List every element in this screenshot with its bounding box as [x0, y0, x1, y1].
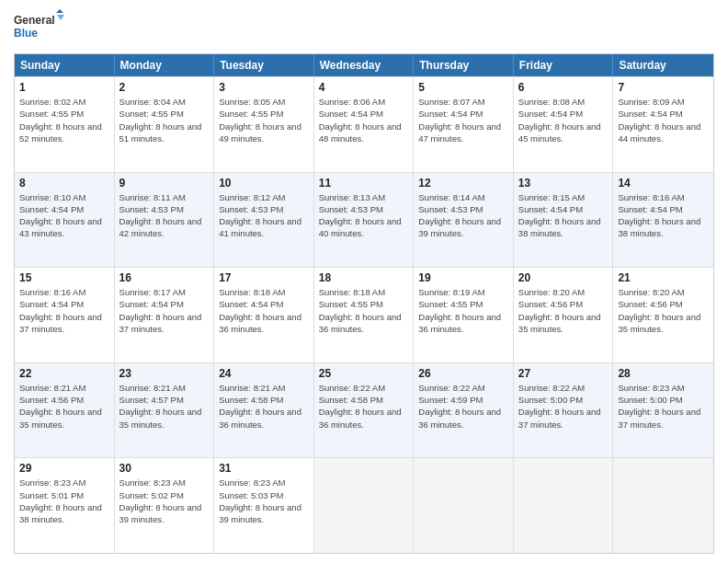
day-number: 3 — [219, 81, 309, 94]
day-info: Sunrise: 8:22 AM Sunset: 4:58 PM Dayligh… — [319, 382, 409, 431]
calendar-cell — [414, 458, 514, 553]
calendar-cell: 28Sunrise: 8:23 AM Sunset: 5:00 PM Dayli… — [613, 363, 713, 458]
day-number: 28 — [618, 367, 709, 380]
calendar-cell: 24Sunrise: 8:21 AM Sunset: 4:58 PM Dayli… — [214, 363, 314, 458]
day-number: 21 — [618, 271, 709, 284]
day-info: Sunrise: 8:15 AM Sunset: 4:54 PM Dayligh… — [518, 191, 609, 240]
day-number: 2 — [119, 81, 210, 94]
calendar-cell: 21Sunrise: 8:20 AM Sunset: 4:56 PM Dayli… — [613, 268, 713, 362]
svg-marker-3 — [57, 15, 64, 20]
calendar-body: 1Sunrise: 8:02 AM Sunset: 4:55 PM Daylig… — [15, 76, 713, 553]
calendar-cell — [314, 458, 415, 553]
day-number: 22 — [19, 367, 109, 380]
day-info: Sunrise: 8:21 AM Sunset: 4:56 PM Dayligh… — [19, 382, 109, 431]
svg-text:Blue: Blue — [14, 27, 38, 40]
day-number: 15 — [19, 271, 109, 284]
calendar-cell: 27Sunrise: 8:22 AM Sunset: 5:00 PM Dayli… — [514, 363, 614, 458]
day-info: Sunrise: 8:12 AM Sunset: 4:53 PM Dayligh… — [219, 191, 309, 240]
day-number: 9 — [119, 177, 210, 190]
day-number: 12 — [418, 177, 508, 190]
calendar-cell: 5Sunrise: 8:07 AM Sunset: 4:54 PM Daylig… — [414, 77, 514, 172]
calendar-cell: 16Sunrise: 8:17 AM Sunset: 4:54 PM Dayli… — [115, 268, 215, 362]
day-number: 13 — [518, 177, 609, 190]
calendar-cell: 30Sunrise: 8:23 AM Sunset: 5:02 PM Dayli… — [115, 458, 215, 553]
day-number: 24 — [219, 367, 309, 380]
day-number: 18 — [319, 271, 409, 284]
day-number: 19 — [418, 271, 508, 284]
day-number: 31 — [219, 462, 309, 475]
calendar-cell: 9Sunrise: 8:11 AM Sunset: 4:53 PM Daylig… — [115, 173, 215, 268]
calendar-cell: 18Sunrise: 8:18 AM Sunset: 4:55 PM Dayli… — [314, 268, 415, 362]
weekday-header: Wednesday — [314, 54, 415, 76]
day-info: Sunrise: 8:21 AM Sunset: 4:57 PM Dayligh… — [119, 382, 210, 431]
day-number: 1 — [19, 81, 109, 94]
day-number: 10 — [219, 177, 309, 190]
day-info: Sunrise: 8:06 AM Sunset: 4:54 PM Dayligh… — [319, 96, 409, 144]
day-number: 14 — [618, 177, 709, 190]
weekday-header: Sunday — [15, 54, 115, 76]
calendar-cell: 20Sunrise: 8:20 AM Sunset: 4:56 PM Dayli… — [514, 268, 614, 362]
calendar-cell — [514, 458, 614, 553]
calendar-cell: 4Sunrise: 8:06 AM Sunset: 4:54 PM Daylig… — [314, 77, 415, 172]
calendar-row: 8Sunrise: 8:10 AM Sunset: 4:54 PM Daylig… — [15, 172, 713, 268]
svg-text:General: General — [14, 14, 55, 27]
day-info: Sunrise: 8:23 AM Sunset: 5:02 PM Dayligh… — [119, 477, 210, 525]
calendar-cell: 7Sunrise: 8:09 AM Sunset: 4:54 PM Daylig… — [613, 77, 713, 172]
day-info: Sunrise: 8:05 AM Sunset: 4:55 PM Dayligh… — [219, 96, 309, 144]
day-info: Sunrise: 8:09 AM Sunset: 4:54 PM Dayligh… — [618, 96, 709, 144]
calendar-cell: 2Sunrise: 8:04 AM Sunset: 4:55 PM Daylig… — [115, 77, 215, 172]
day-info: Sunrise: 8:18 AM Sunset: 4:54 PM Dayligh… — [219, 286, 309, 335]
day-info: Sunrise: 8:23 AM Sunset: 5:01 PM Dayligh… — [19, 477, 109, 525]
day-number: 23 — [119, 367, 210, 380]
calendar-cell: 22Sunrise: 8:21 AM Sunset: 4:56 PM Dayli… — [15, 363, 115, 458]
day-number: 7 — [618, 81, 709, 94]
day-number: 4 — [319, 81, 409, 94]
calendar-row: 29Sunrise: 8:23 AM Sunset: 5:01 PM Dayli… — [15, 457, 713, 553]
calendar-cell: 13Sunrise: 8:15 AM Sunset: 4:54 PM Dayli… — [514, 173, 614, 268]
day-info: Sunrise: 8:08 AM Sunset: 4:54 PM Dayligh… — [518, 96, 609, 144]
calendar: SundayMondayTuesdayWednesdayThursdayFrid… — [14, 53, 714, 554]
logo: General Blue — [14, 9, 64, 46]
day-number: 25 — [319, 367, 409, 380]
day-info: Sunrise: 8:23 AM Sunset: 5:03 PM Dayligh… — [219, 477, 309, 525]
day-number: 6 — [518, 81, 609, 94]
day-number: 29 — [19, 462, 109, 475]
calendar-cell: 23Sunrise: 8:21 AM Sunset: 4:57 PM Dayli… — [115, 363, 215, 458]
calendar-cell: 19Sunrise: 8:19 AM Sunset: 4:55 PM Dayli… — [414, 268, 514, 362]
day-number: 27 — [518, 367, 609, 380]
day-number: 30 — [119, 462, 210, 475]
day-info: Sunrise: 8:18 AM Sunset: 4:55 PM Dayligh… — [319, 286, 409, 335]
calendar-cell: 15Sunrise: 8:16 AM Sunset: 4:54 PM Dayli… — [15, 268, 115, 362]
calendar-cell: 3Sunrise: 8:05 AM Sunset: 4:55 PM Daylig… — [214, 77, 314, 172]
day-info: Sunrise: 8:19 AM Sunset: 4:55 PM Dayligh… — [418, 286, 508, 335]
day-number: 16 — [119, 271, 210, 284]
day-info: Sunrise: 8:11 AM Sunset: 4:53 PM Dayligh… — [119, 191, 210, 240]
day-info: Sunrise: 8:10 AM Sunset: 4:54 PM Dayligh… — [19, 191, 109, 240]
calendar-cell: 11Sunrise: 8:13 AM Sunset: 4:53 PM Dayli… — [314, 173, 415, 268]
day-info: Sunrise: 8:02 AM Sunset: 4:55 PM Dayligh… — [19, 96, 109, 144]
calendar-cell: 31Sunrise: 8:23 AM Sunset: 5:03 PM Dayli… — [214, 458, 314, 553]
page: General Blue SundayMondayTuesdayWednesda… — [0, 0, 728, 563]
calendar-cell: 26Sunrise: 8:22 AM Sunset: 4:59 PM Dayli… — [414, 363, 514, 458]
day-number: 8 — [19, 177, 109, 190]
calendar-cell — [613, 458, 713, 553]
calendar-cell: 12Sunrise: 8:14 AM Sunset: 4:53 PM Dayli… — [414, 173, 514, 268]
day-info: Sunrise: 8:20 AM Sunset: 4:56 PM Dayligh… — [618, 286, 709, 335]
day-info: Sunrise: 8:21 AM Sunset: 4:58 PM Dayligh… — [219, 382, 309, 431]
day-number: 11 — [319, 177, 409, 190]
calendar-cell: 1Sunrise: 8:02 AM Sunset: 4:55 PM Daylig… — [15, 77, 115, 172]
day-info: Sunrise: 8:16 AM Sunset: 4:54 PM Dayligh… — [618, 191, 709, 240]
day-info: Sunrise: 8:20 AM Sunset: 4:56 PM Dayligh… — [518, 286, 609, 335]
calendar-row: 22Sunrise: 8:21 AM Sunset: 4:56 PM Dayli… — [15, 362, 713, 458]
calendar-cell: 6Sunrise: 8:08 AM Sunset: 4:54 PM Daylig… — [514, 77, 614, 172]
weekday-header: Monday — [115, 54, 215, 76]
day-number: 20 — [518, 271, 609, 284]
calendar-cell: 25Sunrise: 8:22 AM Sunset: 4:58 PM Dayli… — [314, 363, 415, 458]
day-info: Sunrise: 8:23 AM Sunset: 5:00 PM Dayligh… — [618, 382, 709, 431]
day-number: 26 — [418, 367, 508, 380]
day-info: Sunrise: 8:14 AM Sunset: 4:53 PM Dayligh… — [418, 191, 508, 240]
day-number: 5 — [418, 81, 508, 94]
weekday-header: Tuesday — [214, 54, 314, 76]
calendar-cell: 14Sunrise: 8:16 AM Sunset: 4:54 PM Dayli… — [613, 173, 713, 268]
day-info: Sunrise: 8:04 AM Sunset: 4:55 PM Dayligh… — [119, 96, 210, 144]
